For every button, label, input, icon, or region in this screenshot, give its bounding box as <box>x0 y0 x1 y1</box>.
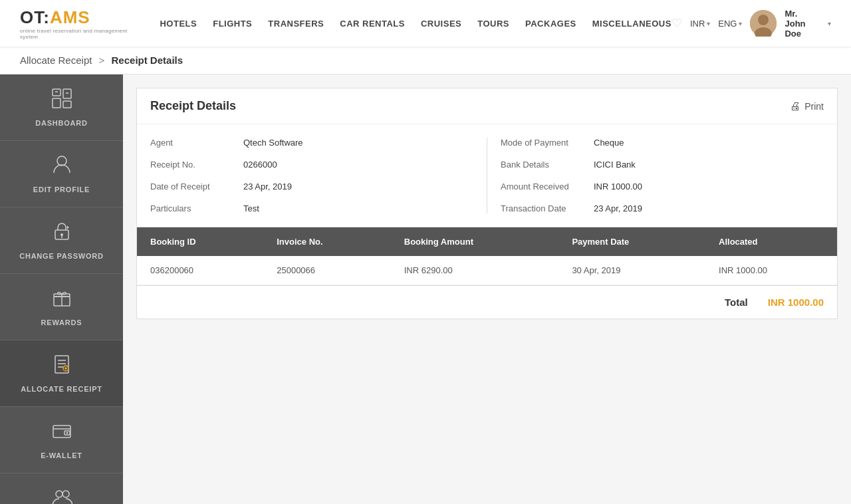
allocated-cell: INR 1000.00 <box>705 256 837 285</box>
wishlist-icon[interactable]: ♡ <box>671 16 682 31</box>
transaction-label: Transaction Date <box>501 203 594 213</box>
nav-item-car-rentals[interactable]: CAR RENTALS <box>340 19 405 29</box>
username[interactable]: Mr. John Doe <box>785 9 820 39</box>
sidebar-label-change-password: CHANGE PASSWORD <box>19 252 104 260</box>
details-right-col: Mode of Payment Cheque Bank Details ICIC… <box>487 138 824 213</box>
currency-dropdown-icon: ▾ <box>707 20 710 27</box>
nav-item-miscellaneous[interactable]: MISCELLANEOUS <box>592 19 671 29</box>
svg-rect-3 <box>53 89 61 96</box>
date-label: Date of Receipt <box>150 182 243 191</box>
logo-text: OT:AMS <box>20 7 133 28</box>
agent-row: Agent Qtech Software <box>150 138 473 148</box>
receipt-no-value: 0266000 <box>243 160 277 170</box>
receipt-icon <box>51 354 72 380</box>
amount-label: Amount Received <box>501 182 594 191</box>
receipt-no-row: Receipt No. 0266000 <box>150 160 473 170</box>
details-grid: Agent Qtech Software Receipt No. 0266000… <box>137 124 837 227</box>
main-layout: DASHBOARD EDIT PROFILE <box>0 74 851 504</box>
wallet-icon <box>51 420 72 446</box>
currency-selector[interactable]: INR ▾ <box>690 19 710 29</box>
sidebar-label-rewards: REWARDS <box>41 318 82 326</box>
nav-item-transfers[interactable]: TRANSFERS <box>268 19 324 29</box>
lang-dropdown-icon: ▾ <box>739 20 742 27</box>
breadcrumb-parent[interactable]: Allocate Receipt <box>20 55 92 66</box>
receipt-details-card: Receipt Details 🖨 Print Agent Qtech Soft… <box>136 88 838 319</box>
user-dropdown-icon[interactable]: ▾ <box>828 20 831 27</box>
svg-rect-5 <box>63 89 71 98</box>
language-selector[interactable]: ENG ▾ <box>718 19 742 29</box>
total-row: Total INR 1000.00 <box>137 285 837 318</box>
dashboard-icon <box>51 88 72 114</box>
card-header: Receipt Details 🖨 Print <box>137 88 837 124</box>
col-booking-id: Booking ID <box>137 227 263 256</box>
person-icon <box>51 154 72 180</box>
col-booking-amount: Booking Amount <box>391 227 559 256</box>
total-label: Total <box>725 297 748 308</box>
transaction-date-row: Transaction Date 23 Apr, 2019 <box>501 203 824 213</box>
sidebar-item-e-wallet[interactable]: E-WALLET <box>0 407 123 473</box>
svg-point-28 <box>62 491 69 497</box>
svg-rect-6 <box>63 101 71 108</box>
transaction-value: 23 Apr, 2019 <box>594 203 642 213</box>
svg-rect-4 <box>53 98 61 108</box>
svg-point-27 <box>56 491 62 497</box>
particulars-row: Particulars Test <box>150 203 473 213</box>
agent-value: Qtech Software <box>243 138 303 148</box>
nav-item-flights[interactable]: FLIGHTS <box>213 19 252 29</box>
allocations-table: Booking ID Invoice No. Booking Amount Pa… <box>137 227 837 285</box>
bank-value: ICICI Bank <box>594 160 636 170</box>
booking-id-cell[interactable]: 036200060 <box>137 256 263 285</box>
language-value: ENG <box>718 19 737 29</box>
sidebar-item-dashboard[interactable]: DASHBOARD <box>0 74 123 141</box>
gift-icon <box>51 287 72 313</box>
avatar <box>750 10 777 37</box>
sidebar-label-edit-profile: EDIT PROFILE <box>33 186 90 193</box>
card-title: Receipt Details <box>150 99 236 113</box>
bank-label: Bank Details <box>501 160 594 170</box>
main-nav: HOTELSFLIGHTSTRANSFERSCAR RENTALSCRUISES… <box>160 19 671 29</box>
breadcrumb-bar: Allocate Receipt > Receipt Details <box>0 47 851 74</box>
header: OT:AMS online travel reservation and man… <box>0 0 851 47</box>
date-value: 23 Apr, 2019 <box>243 182 292 191</box>
nav-item-tours[interactable]: TOURS <box>477 19 509 29</box>
nav-item-cruises[interactable]: CRUISES <box>421 19 461 29</box>
amount-received-row: Amount Received INR 1000.00 <box>501 182 824 191</box>
booking-amount-cell: INR 6290.00 <box>391 256 559 285</box>
sidebar-item-manage-operation-staff[interactable]: MANAGE OPERATION STAFF <box>0 473 123 504</box>
svg-point-1 <box>758 15 769 25</box>
svg-point-25 <box>66 432 68 434</box>
table-header: Booking ID Invoice No. Booking Amount Pa… <box>137 227 837 256</box>
sidebar-item-allocate-receipt[interactable]: ALLOCATE RECEIPT <box>0 340 123 407</box>
date-of-receipt-row: Date of Receipt 23 Apr, 2019 <box>150 182 473 191</box>
sidebar-label-allocate-receipt: ALLOCATE RECEIPT <box>21 385 102 393</box>
logo: OT:AMS online travel reservation and man… <box>20 7 133 40</box>
col-payment-date: Payment Date <box>558 227 705 256</box>
invoice-no-cell: 25000066 <box>263 256 391 285</box>
mode-label: Mode of Payment <box>501 138 594 148</box>
logo-sub: online travel reservation and management… <box>20 28 133 40</box>
group-icon <box>51 487 72 504</box>
nav-item-packages[interactable]: PACKAGES <box>525 19 576 29</box>
svg-rect-23 <box>53 426 70 438</box>
svg-point-11 <box>61 233 63 236</box>
col-allocated: Allocated <box>705 227 837 256</box>
main-content: Receipt Details 🖨 Print Agent Qtech Soft… <box>123 74 851 504</box>
svg-point-9 <box>57 156 66 166</box>
particulars-value: Test <box>243 203 259 213</box>
bank-details-row: Bank Details ICICI Bank <box>501 160 824 170</box>
print-icon: 🖨 <box>790 100 800 112</box>
sidebar-label-dashboard: DASHBOARD <box>35 119 88 127</box>
details-left-col: Agent Qtech Software Receipt No. 0266000… <box>150 138 487 213</box>
sidebar-item-change-password[interactable]: CHANGE PASSWORD <box>0 207 123 274</box>
receipt-no-label: Receipt No. <box>150 160 243 170</box>
mode-of-payment-row: Mode of Payment Cheque <box>501 138 824 148</box>
print-button[interactable]: 🖨 Print <box>790 100 824 112</box>
mode-value: Cheque <box>594 138 624 148</box>
table-row: 036200060 25000066 INR 6290.00 30 Apr, 2… <box>137 256 837 285</box>
sidebar-item-rewards[interactable]: REWARDS <box>0 274 123 340</box>
table-body: 036200060 25000066 INR 6290.00 30 Apr, 2… <box>137 256 837 285</box>
particulars-label: Particulars <box>150 203 243 213</box>
nav-item-hotels[interactable]: HOTELS <box>160 19 197 29</box>
breadcrumb: Allocate Receipt > Receipt Details <box>20 55 831 66</box>
sidebar-item-edit-profile[interactable]: EDIT PROFILE <box>0 141 123 207</box>
